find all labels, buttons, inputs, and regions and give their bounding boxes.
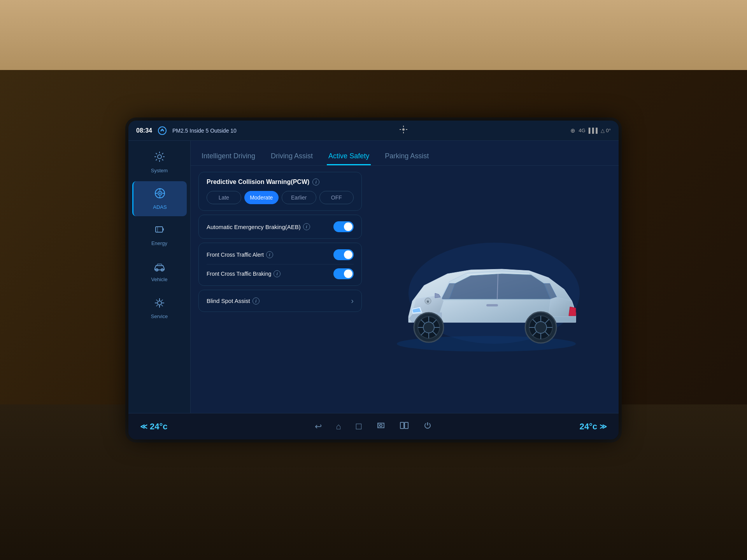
vehicle-icon bbox=[154, 262, 165, 274]
blind-spot-card[interactable]: Blind Spot Assist i › bbox=[198, 290, 362, 312]
front-cross-braking-toggle[interactable] bbox=[333, 268, 354, 279]
sidebar-item-service[interactable]: Service bbox=[132, 291, 187, 326]
front-cross-braking-label: Front Cross Traffic Braking bbox=[207, 271, 271, 277]
system-icon bbox=[154, 151, 165, 165]
car-svg: B bbox=[377, 223, 595, 355]
aeb-card: Automatic Emergency Braking(AEB) i bbox=[198, 215, 362, 239]
pm-icon bbox=[157, 125, 168, 136]
signal-bars: △ 0° bbox=[601, 128, 611, 133]
status-bar: 08:34 PM2.5 Inside 5 Outside 10 ⊕ bbox=[128, 121, 619, 141]
status-center-icon bbox=[399, 125, 408, 136]
home-button[interactable]: ⌂ bbox=[336, 422, 341, 432]
svg-rect-10 bbox=[156, 227, 163, 232]
pcw-btn-off[interactable]: OFF bbox=[319, 191, 354, 204]
recents-button[interactable]: ☐ bbox=[355, 422, 362, 431]
temp-left-value: 24°c bbox=[150, 422, 168, 432]
status-left: 08:34 PM2.5 Inside 5 Outside 10 bbox=[136, 125, 237, 136]
front-cross-braking-info: Front Cross Traffic Braking i bbox=[207, 270, 281, 277]
settings-with-car: Predictive Collision Warning(PCW) i Late… bbox=[191, 166, 619, 413]
split-screen-button[interactable] bbox=[400, 421, 409, 432]
temp-right-arrows: ≫ bbox=[600, 422, 607, 431]
settings-panel: Predictive Collision Warning(PCW) i Late… bbox=[198, 172, 362, 407]
pcw-options: Late Moderate Earlier OFF bbox=[207, 191, 354, 204]
pm-reading: PM2.5 Inside 5 Outside 10 bbox=[172, 128, 237, 134]
sidebar-item-adas[interactable]: ADAS bbox=[132, 181, 187, 216]
temp-right-display: 24°c ≫ bbox=[579, 422, 607, 432]
sidebar-service-label: Service bbox=[151, 313, 168, 319]
pcw-title: Predictive Collision Warning(PCW) i bbox=[207, 178, 354, 186]
front-cross-alert-row: Front Cross Traffic Alert i bbox=[207, 249, 354, 260]
svg-rect-41 bbox=[486, 304, 498, 306]
adas-icon bbox=[154, 187, 166, 202]
temp-left-display: ≪ 24°c bbox=[140, 422, 168, 432]
sidebar-vehicle-label: Vehicle bbox=[151, 276, 168, 282]
sidebar: System ADAS bbox=[128, 141, 191, 413]
svg-text:B: B bbox=[427, 300, 429, 303]
card-divider bbox=[207, 264, 354, 264]
media-button[interactable] bbox=[376, 421, 386, 432]
svg-point-1 bbox=[402, 128, 405, 131]
tab-intelligent-driving[interactable]: Intelligent Driving bbox=[200, 148, 257, 165]
svg-point-5 bbox=[159, 192, 161, 194]
location-icon: ⊕ bbox=[570, 127, 575, 134]
front-cross-alert-label: Front Cross Traffic Alert bbox=[207, 252, 264, 258]
svg-point-44 bbox=[380, 424, 382, 427]
pcw-btn-moderate[interactable]: Moderate bbox=[244, 191, 279, 204]
aeb-label: Automatic Emergency Braking(AEB) bbox=[207, 224, 301, 230]
front-cross-card: Front Cross Traffic Alert i Front Cross … bbox=[198, 243, 362, 286]
sidebar-adas-label: ADAS bbox=[153, 204, 167, 210]
sidebar-item-system[interactable]: System bbox=[132, 145, 187, 180]
tab-active-safety[interactable]: Active Safety bbox=[327, 148, 371, 165]
sidebar-item-vehicle[interactable]: Vehicle bbox=[132, 254, 187, 289]
temp-left-arrows: ≪ bbox=[140, 422, 147, 431]
tab-driving-assist[interactable]: Driving Assist bbox=[269, 148, 314, 165]
svg-point-32 bbox=[535, 322, 547, 333]
svg-rect-45 bbox=[400, 422, 404, 429]
tabs-bar: Intelligent Driving Driving Assist Activ… bbox=[191, 141, 619, 166]
blind-spot-info: Blind Spot Assist i bbox=[207, 298, 260, 304]
service-icon bbox=[154, 298, 165, 311]
main-layout: System ADAS bbox=[128, 141, 619, 413]
aeb-toggle-row: Automatic Emergency Braking(AEB) i bbox=[207, 221, 354, 232]
front-cross-alert-info: Front Cross Traffic Alert i bbox=[207, 251, 273, 258]
aeb-info: Automatic Emergency Braking(AEB) i bbox=[207, 223, 310, 230]
blind-spot-chevron-icon: › bbox=[351, 296, 354, 305]
back-button[interactable]: ↩ bbox=[315, 422, 322, 432]
aeb-info-icon[interactable]: i bbox=[303, 223, 310, 230]
svg-point-15 bbox=[158, 301, 161, 305]
infotainment-screen: 08:34 PM2.5 Inside 5 Outside 10 ⊕ bbox=[128, 121, 619, 439]
svg-point-0 bbox=[158, 127, 166, 135]
power-button[interactable] bbox=[423, 421, 432, 432]
svg-rect-11 bbox=[163, 228, 164, 231]
status-right: ⊕ 4G ▐▐▐ △ 0° bbox=[570, 127, 611, 134]
tab-parking-assist[interactable]: Parking Assist bbox=[383, 148, 430, 165]
svg-rect-46 bbox=[405, 422, 408, 429]
bottom-bar: ≪ 24°c ↩ ⌂ ☐ bbox=[128, 413, 619, 439]
sidebar-item-energy[interactable]: Energy bbox=[132, 218, 187, 253]
nav-icons: ↩ ⌂ ☐ bbox=[315, 421, 432, 432]
front-cross-alert-toggle[interactable] bbox=[333, 249, 354, 260]
aeb-toggle[interactable] bbox=[333, 221, 354, 232]
svg-point-2 bbox=[158, 155, 161, 159]
pcw-card: Predictive Collision Warning(PCW) i Late… bbox=[198, 172, 362, 211]
pcw-info-icon[interactable]: i bbox=[312, 178, 319, 186]
blind-spot-label: Blind Spot Assist bbox=[207, 298, 250, 304]
sidebar-system-label: System bbox=[151, 168, 168, 173]
content-area: Intelligent Driving Driving Assist Activ… bbox=[191, 141, 619, 413]
pcw-btn-earlier[interactable]: Earlier bbox=[282, 191, 316, 204]
svg-point-21 bbox=[423, 322, 434, 333]
pcw-btn-late[interactable]: Late bbox=[207, 191, 241, 204]
energy-icon bbox=[154, 224, 165, 238]
front-cross-alert-info-icon[interactable]: i bbox=[266, 251, 273, 258]
front-cross-braking-row: Front Cross Traffic Braking i bbox=[207, 268, 354, 279]
status-time: 08:34 bbox=[136, 127, 152, 134]
car-image-area: B bbox=[362, 172, 611, 407]
blind-spot-info-icon[interactable]: i bbox=[253, 298, 260, 304]
sidebar-energy-label: Energy bbox=[151, 240, 167, 246]
front-cross-braking-info-icon[interactable]: i bbox=[274, 270, 281, 277]
dashboard-background: 08:34 PM2.5 Inside 5 Outside 10 ⊕ bbox=[0, 0, 747, 560]
temp-right-value: 24°c bbox=[579, 422, 597, 432]
signal-icon: 4G ▐▐▐ bbox=[579, 128, 598, 133]
